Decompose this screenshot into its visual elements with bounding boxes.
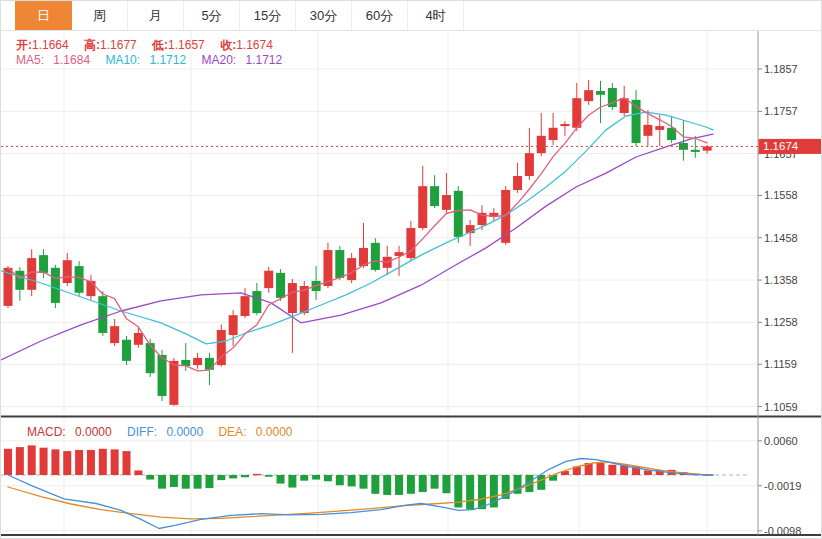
macd-histogram-bar (4, 449, 12, 475)
candle-body (655, 126, 664, 130)
macd-histogram-bar (383, 475, 391, 495)
macd-histogram-bar (348, 475, 356, 486)
candle-body (15, 271, 24, 290)
axis-tick-label: 1.1757 (764, 105, 798, 117)
tab-30min[interactable]: 30分 (296, 1, 352, 30)
macd-histogram-bar (395, 475, 403, 495)
macd-histogram-bar (371, 475, 379, 494)
candle-body (51, 268, 60, 303)
candle-body (86, 281, 95, 296)
macd-histogram-bar (288, 475, 296, 488)
candle-body (549, 128, 558, 140)
macd-histogram-bar (265, 475, 273, 477)
candle-body (442, 195, 451, 210)
candle-body (572, 98, 581, 128)
macd-histogram-bar (478, 475, 486, 509)
macd-histogram-bar (241, 475, 249, 477)
candle-body (371, 243, 380, 270)
macd-histogram-bar (277, 475, 285, 484)
candle-body (158, 355, 167, 396)
macd-histogram-bar (324, 475, 332, 481)
candle-body (39, 255, 48, 273)
tab-week[interactable]: 周 (72, 1, 128, 30)
macd-histogram-bar (75, 450, 83, 475)
candle-body (264, 271, 273, 288)
macd-histogram-bar (158, 475, 166, 489)
candle-body (252, 291, 261, 313)
candlestick-macd-chart[interactable]: 1.18571.17571.16571.15581.14581.13581.12… (1, 1, 822, 539)
macd-histogram-bar (63, 451, 71, 475)
macd-histogram-bar (300, 475, 308, 481)
candle-body (406, 228, 415, 258)
macd-histogram-bar (336, 475, 344, 485)
macd-histogram-bar (360, 475, 368, 489)
candle-body (63, 260, 72, 283)
candle-body (596, 91, 605, 95)
candle-body (134, 333, 143, 345)
macd-histogram-bar (194, 475, 202, 489)
macd-histogram-bar (87, 450, 95, 475)
macd-histogram-bar (51, 449, 59, 475)
candle-body (584, 90, 593, 101)
candle-body (75, 266, 84, 293)
axis-tick-label: 0.0060 (764, 435, 798, 447)
macd-histogram-bar (466, 475, 474, 510)
axis-tick-label: -0.0098 (764, 525, 801, 537)
macd-histogram-bar (253, 474, 261, 475)
candle-body (276, 273, 285, 298)
macd-histogram-bar (419, 475, 427, 492)
axis-tick-label: 1.1159 (764, 358, 797, 370)
axis-tick-label: 1.1857 (764, 63, 798, 75)
tab-60min[interactable]: 60分 (352, 1, 408, 30)
macd-histogram-bar (608, 465, 616, 475)
macd-histogram-bar (28, 445, 36, 475)
tab-day[interactable]: 日 (15, 1, 72, 30)
chart-window: 1.18571.17571.16571.15581.14581.13581.12… (0, 0, 822, 539)
tab-4hour[interactable]: 4时 (408, 1, 464, 30)
candle-body (169, 361, 178, 405)
tab-5min[interactable]: 5分 (184, 1, 240, 30)
macd-histogram-bar (407, 475, 415, 494)
ma20-line (1, 134, 713, 360)
macd-histogram-bar (16, 447, 24, 475)
candle-body (122, 340, 131, 361)
macd-histogram-bar (312, 475, 320, 480)
axis-tick-label: 1.1458 (764, 232, 798, 244)
macd-histogram-bar (146, 475, 154, 480)
candle-body (703, 146, 712, 150)
axis-tick-label: -0.0019 (764, 480, 801, 492)
macd-histogram-bar (40, 448, 48, 475)
axis-tick-label: 1.1059 (764, 401, 798, 413)
timeframe-tabs: 日 周 月 5分 15分 30分 60分 4时 (1, 1, 822, 31)
axis-tick-label: 1.1358 (764, 274, 798, 286)
candle-body (513, 176, 522, 190)
axis-tick-label: 1.1258 (764, 316, 798, 328)
candle-body (525, 153, 534, 176)
macd-histogram-bar (644, 470, 652, 475)
tab-15min[interactable]: 15分 (240, 1, 296, 30)
macd-histogram-bar (442, 475, 450, 493)
candle-body (193, 358, 202, 365)
candle-body (288, 283, 297, 313)
macd-histogram-bar (170, 475, 178, 487)
axis-tick-label: 1.1558 (764, 189, 798, 201)
macd-histogram-bar (431, 475, 439, 489)
axis-tick-label: 1.1674 (763, 140, 799, 152)
macd-histogram-bar (99, 449, 107, 475)
candle-body (430, 186, 439, 206)
candle-body (146, 343, 155, 373)
macd-histogram-bar (229, 475, 237, 478)
candle-body (537, 136, 546, 153)
candle-body (205, 358, 214, 370)
macd-histogram-bar (597, 463, 605, 475)
macd-histogram-bar (134, 470, 142, 475)
macd-histogram-bar (182, 475, 190, 489)
candle-body (229, 315, 238, 335)
candle-body (418, 186, 427, 228)
macd-histogram-bar (217, 475, 225, 480)
candle-body (241, 296, 250, 316)
candle-body (454, 191, 463, 237)
macd-histogram-bar (123, 451, 131, 475)
candle-body (560, 124, 569, 126)
tab-month[interactable]: 月 (128, 1, 184, 30)
